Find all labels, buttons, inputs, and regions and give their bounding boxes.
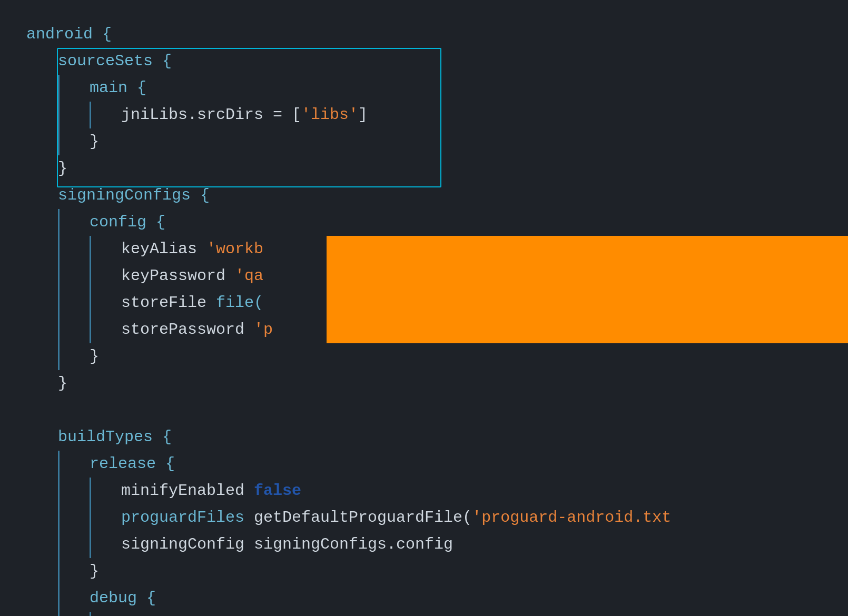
keyword-main: main { bbox=[26, 75, 146, 102]
keyword-sourcesets: sourceSets { bbox=[26, 48, 172, 75]
vline-12 bbox=[58, 316, 60, 343]
code-content: android { sourceSets { main { jniLibs.sr… bbox=[26, 21, 822, 616]
keyword-android: android { bbox=[26, 21, 112, 48]
storepassword-val: 'p bbox=[254, 316, 273, 343]
line-jnilibs: jniLibs.srcDirs = ['libs'] bbox=[26, 102, 822, 128]
line-release-close: } bbox=[26, 558, 822, 585]
keyalias-val: 'workb bbox=[206, 236, 263, 263]
line-main-close: } bbox=[26, 128, 822, 155]
vline-7 bbox=[90, 236, 91, 263]
vline-5 bbox=[58, 209, 60, 236]
vline-20 bbox=[58, 531, 60, 558]
keypassword-val: 'qa bbox=[235, 263, 263, 290]
vline-22 bbox=[58, 558, 60, 585]
minifyenabled-label: minifyEnabled bbox=[26, 478, 254, 504]
line-keypassword: keyPassword 'qa bbox=[26, 263, 822, 290]
storefile-label: storeFile bbox=[26, 290, 216, 316]
vline-18 bbox=[58, 504, 60, 531]
line-config-open: config { bbox=[26, 209, 822, 236]
proguardfiles-fn: getDefaultProguardFile( bbox=[254, 504, 472, 531]
line-minifyenabled: minifyEnabled false bbox=[26, 478, 822, 504]
vline-8 bbox=[58, 263, 60, 290]
jnilibs-text: jniLibs.srcDirs = [ bbox=[26, 102, 301, 128]
keyword-signingconfigs: signingConfigs { bbox=[26, 182, 210, 209]
bracket-close: ] bbox=[358, 102, 368, 128]
vline-16 bbox=[58, 478, 60, 504]
vline-14 bbox=[58, 343, 60, 370]
line-keyalias: keyAlias 'workb bbox=[26, 236, 822, 263]
keyword-buildtypes: buildTypes { bbox=[26, 424, 172, 451]
vline-9 bbox=[90, 263, 91, 290]
line-storepassword: storePassword 'p bbox=[26, 316, 822, 343]
vline-11 bbox=[90, 290, 91, 316]
keyalias-label: keyAlias bbox=[26, 236, 206, 263]
line-sourcesets-open: sourceSets { bbox=[26, 48, 822, 75]
vline-19 bbox=[90, 504, 91, 531]
line-blank bbox=[26, 397, 822, 424]
config-close-brace: } bbox=[26, 343, 99, 370]
false-keyword: false bbox=[254, 478, 301, 504]
vline-1 bbox=[58, 75, 60, 102]
code-editor: android { sourceSets { main { jniLibs.sr… bbox=[0, 0, 848, 616]
keyword-debug: debug { bbox=[26, 585, 156, 612]
storefile-fn: file( bbox=[216, 290, 263, 316]
vline-3 bbox=[90, 102, 91, 128]
keyword-release: release { bbox=[26, 451, 175, 478]
vline-25 bbox=[90, 612, 91, 616]
sourcesets-close-brace: } bbox=[26, 155, 67, 182]
orange-redact-storepassword bbox=[327, 316, 848, 343]
line-buildtypes-open: buildTypes { bbox=[26, 424, 822, 451]
vline-10 bbox=[58, 290, 60, 316]
orange-redact-storefile bbox=[327, 290, 848, 316]
vline-2 bbox=[58, 102, 60, 128]
line-signingconfigs-close: } bbox=[26, 370, 822, 397]
vline-6 bbox=[58, 236, 60, 263]
orange-redact-keyalias bbox=[327, 236, 848, 263]
line-sourcesets-close: } bbox=[26, 155, 822, 182]
line-release-open: release { bbox=[26, 451, 822, 478]
main-close-brace: } bbox=[26, 128, 99, 155]
vline-13 bbox=[90, 316, 91, 343]
vline-15 bbox=[58, 451, 60, 478]
line-android-open: android { bbox=[26, 21, 822, 48]
line-debug-open: debug { bbox=[26, 585, 822, 612]
vline-23 bbox=[58, 585, 60, 612]
line-storefile: storeFile file( bbox=[26, 290, 822, 316]
storepassword-label: storePassword bbox=[26, 316, 254, 343]
keyword-config: config { bbox=[26, 209, 165, 236]
line-signingconfig-release: signingConfig signingConfigs.config bbox=[26, 531, 822, 558]
line-config-close: } bbox=[26, 343, 822, 370]
line-proguardfiles: proguardFiles getDefaultProguardFile('pr… bbox=[26, 504, 822, 531]
vline-17 bbox=[90, 478, 91, 504]
line-signingconfigs-open: signingConfigs { bbox=[26, 182, 822, 209]
proguardfiles-label: proguardFiles bbox=[26, 504, 254, 531]
vline-21 bbox=[90, 531, 91, 558]
vline-4 bbox=[58, 128, 60, 155]
libs-string: 'libs' bbox=[301, 102, 358, 128]
line-main-open: main { bbox=[26, 75, 822, 102]
orange-redact-keypassword bbox=[327, 263, 848, 290]
vline-24 bbox=[58, 612, 60, 616]
line-signingconfig-debug: signingConfig signingConfigs.config bbox=[26, 612, 822, 616]
release-close-brace: } bbox=[26, 558, 99, 585]
proguardfiles-string: 'proguard-android.txt bbox=[472, 504, 671, 531]
signingconfigs-close-brace: } bbox=[26, 370, 67, 397]
